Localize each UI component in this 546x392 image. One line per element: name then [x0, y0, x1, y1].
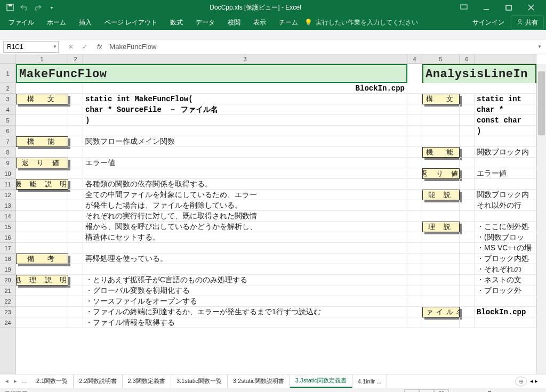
- cell[interactable]: [460, 104, 475, 115]
- row-header[interactable]: 7: [0, 136, 15, 147]
- cell[interactable]: [460, 307, 475, 317]
- cell[interactable]: [407, 94, 422, 104]
- cell[interactable]: [407, 285, 422, 296]
- cell[interactable]: [460, 136, 475, 147]
- cell[interactable]: [68, 168, 83, 179]
- row-header[interactable]: 24: [0, 317, 15, 328]
- name-box[interactable]: R1C1 ▼: [3, 41, 59, 53]
- column-header[interactable]: 4: [407, 54, 422, 63]
- cell[interactable]: char * SourceFile － ファイル名: [83, 104, 407, 115]
- cell[interactable]: [68, 254, 83, 264]
- row-header[interactable]: 3: [0, 94, 15, 104]
- ribbon-tab-pagelayout[interactable]: ページ レイアウト: [98, 15, 164, 30]
- cell[interactable]: const char: [475, 115, 536, 126]
- zoom-in-icon[interactable]: ＋: [518, 390, 524, 392]
- cell[interactable]: 処 理 説 明: [422, 222, 460, 232]
- scrollbar-thumb[interactable]: [538, 71, 545, 135]
- cell[interactable]: [68, 285, 83, 296]
- view-pagebreak-icon[interactable]: 凹: [434, 389, 449, 393]
- row-header[interactable]: 6: [0, 126, 15, 136]
- ribbon-tab-data[interactable]: データ: [189, 15, 221, 30]
- column-header[interactable]: 1: [16, 54, 68, 63]
- ribbon-tab-formulas[interactable]: 数式: [164, 15, 189, 30]
- cell[interactable]: [83, 264, 407, 275]
- cell[interactable]: [422, 158, 460, 168]
- view-normal-icon[interactable]: ▦: [404, 389, 419, 393]
- cell[interactable]: [68, 136, 83, 147]
- cell[interactable]: [460, 285, 475, 296]
- cell[interactable]: ・ブロック外: [475, 285, 536, 296]
- cell[interactable]: [407, 126, 422, 136]
- cell[interactable]: static int MakeFuncFlow(: [83, 94, 407, 104]
- cell[interactable]: [68, 147, 83, 158]
- close-icon[interactable]: [520, 1, 542, 14]
- cell[interactable]: [422, 285, 460, 296]
- cell[interactable]: [16, 168, 68, 179]
- row-header[interactable]: 1: [0, 64, 15, 83]
- cell[interactable]: 構 文: [16, 94, 68, 104]
- cell[interactable]: [422, 296, 460, 307]
- cell[interactable]: 機 能: [422, 147, 460, 158]
- cell[interactable]: [422, 232, 460, 243]
- cell[interactable]: [422, 317, 460, 328]
- cell[interactable]: [16, 296, 68, 307]
- cell[interactable]: 構造体にセットする。: [83, 232, 407, 243]
- cell[interactable]: [422, 136, 460, 147]
- cell[interactable]: [407, 317, 422, 328]
- ribbon-tab-home[interactable]: ホーム: [41, 15, 73, 30]
- row-header[interactable]: 8: [0, 147, 15, 158]
- cancel-icon[interactable]: ✕: [66, 43, 76, 51]
- cell[interactable]: [422, 115, 460, 126]
- ribbon-tab-view[interactable]: 表示: [247, 15, 272, 30]
- row-header[interactable]: 9: [0, 158, 15, 168]
- ribbon-options-icon[interactable]: [453, 1, 475, 14]
- cell[interactable]: [16, 115, 68, 126]
- cell[interactable]: [475, 211, 536, 222]
- cell[interactable]: [83, 147, 407, 158]
- sheet-tab[interactable]: 3.3static関数定義書: [290, 374, 352, 388]
- cell[interactable]: [422, 104, 460, 115]
- cell[interactable]: [407, 307, 422, 317]
- cell[interactable]: それぞれの実行行に対して、既に取得された関数情: [83, 211, 407, 222]
- sheet-first-icon[interactable]: ◂: [3, 378, 11, 385]
- cell[interactable]: [407, 190, 422, 200]
- cell[interactable]: [16, 211, 68, 222]
- cell[interactable]: ・ファイル情報を取得する: [83, 317, 407, 328]
- cell[interactable]: [68, 211, 83, 222]
- column-header[interactable]: 3: [83, 54, 407, 63]
- cell[interactable]: [68, 200, 83, 211]
- row-header[interactable]: 14: [0, 211, 15, 222]
- redo-icon[interactable]: [32, 2, 44, 13]
- cell[interactable]: エラー値: [475, 168, 536, 179]
- cell[interactable]: 関数フロー作成メイン関数: [83, 136, 407, 147]
- cell[interactable]: ・ここに例外処: [475, 222, 536, 232]
- sheet-more[interactable]: ...: [20, 378, 28, 385]
- cell[interactable]: [407, 104, 422, 115]
- cell[interactable]: [407, 296, 422, 307]
- cell[interactable]: [460, 317, 475, 328]
- row-header[interactable]: 15: [0, 222, 15, 232]
- column-header[interactable]: 6: [460, 54, 475, 63]
- column-header[interactable]: 5: [422, 54, 460, 63]
- chevron-down-icon[interactable]: ▼: [53, 44, 57, 49]
- cell[interactable]: MakeFuncFlow: [16, 64, 407, 83]
- cell[interactable]: [16, 104, 68, 115]
- cell[interactable]: BlockIn.cpp: [475, 307, 536, 317]
- cell[interactable]: [422, 211, 460, 222]
- tell-me[interactable]: 💡 実行したい作業を入力してください: [304, 18, 418, 27]
- cell[interactable]: [460, 243, 475, 254]
- maximize-icon[interactable]: [498, 1, 519, 14]
- cell[interactable]: ): [83, 115, 407, 126]
- cell[interactable]: [407, 254, 422, 264]
- cell[interactable]: ・ネストの文: [475, 275, 536, 285]
- cell[interactable]: [422, 179, 460, 190]
- cell[interactable]: [407, 243, 422, 254]
- ribbon-tab-file[interactable]: ファイル: [2, 15, 41, 30]
- row-header[interactable]: 11: [0, 179, 15, 190]
- cell[interactable]: [460, 232, 475, 243]
- cell[interactable]: [83, 168, 407, 179]
- cell[interactable]: [83, 243, 407, 254]
- qat-dd-icon[interactable]: ▾: [46, 2, 58, 13]
- cell[interactable]: 機 能: [16, 136, 68, 147]
- cell[interactable]: 機 能 説 明: [422, 190, 460, 200]
